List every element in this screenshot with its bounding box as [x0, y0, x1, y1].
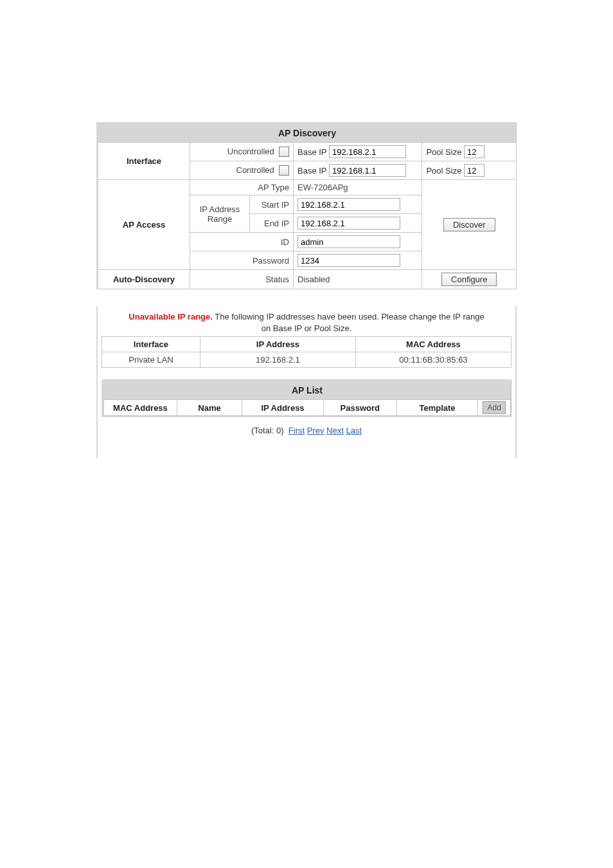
pager-last[interactable]: Last: [346, 426, 362, 435]
pager-prev[interactable]: Prev: [307, 426, 324, 435]
pager-total: (Total: 0): [251, 426, 284, 435]
aplist-header-name: Name: [177, 400, 242, 416]
warning-text: The following IP addresses have been use…: [213, 312, 484, 333]
aplist-header-ip: IP Address: [242, 400, 324, 416]
controlled-pool-cell: Pool Size: [422, 161, 517, 180]
uncontrolled-label: Uncontrolled: [227, 147, 274, 156]
ap-access-label: AP Access: [98, 180, 190, 270]
uncontrolled-pool-input[interactable]: [464, 145, 484, 158]
end-ip-cell: [294, 214, 422, 233]
ap-type-label: AP Type: [190, 180, 294, 195]
aplist-header-password: Password: [323, 400, 396, 416]
pool-size-label-2: Pool Size: [426, 166, 461, 176]
ap-list-table: MAC Address Name IP Address Password Tem…: [103, 399, 511, 416]
ap-list-panel: AP List MAC Address Name IP Address Pass…: [102, 379, 511, 417]
controlled-baseip-input[interactable]: [329, 164, 406, 177]
ap-discovery-title: AP Discovery: [98, 123, 517, 143]
controlled-row: Controlled: [190, 161, 294, 180]
uncontrolled-checkbox[interactable]: [279, 147, 289, 157]
controlled-label: Controlled: [236, 165, 274, 175]
id-input[interactable]: [298, 235, 400, 248]
password-cell: [294, 251, 422, 270]
id-label: ID: [190, 233, 294, 251]
interface-label: Interface: [98, 143, 190, 180]
used-row: Private LAN 192.168.2.1 00:11:6B:30:85:6…: [102, 352, 511, 368]
pager-first[interactable]: First: [289, 426, 305, 435]
used-header-ip: IP Address: [200, 337, 355, 352]
warning-title: Unavailable IP range.: [129, 312, 213, 321]
password-input[interactable]: [298, 254, 400, 267]
used-ip: 192.168.2.1: [200, 352, 355, 368]
uncontrolled-row: Uncontrolled: [190, 143, 294, 161]
auto-discovery-label: Auto-Discovery: [98, 270, 190, 289]
uncontrolled-baseip-cell: Base IP: [294, 143, 422, 161]
used-header-interface: Interface: [102, 337, 200, 352]
pager: (Total: 0) First Prev Next Last: [102, 417, 511, 439]
warning-message: Unavailable IP range. The following IP a…: [102, 309, 511, 336]
configure-button[interactable]: Configure: [441, 273, 497, 286]
end-ip-label: End IP: [250, 214, 294, 233]
results-section: Unavailable IP range. The following IP a…: [96, 306, 517, 458]
discover-button[interactable]: Discover: [443, 218, 495, 231]
configure-cell: Configure: [422, 270, 517, 289]
aplist-header-template: Template: [396, 400, 478, 416]
aplist-header-mac: MAC Address: [104, 400, 177, 416]
aplist-header-add-cell: Add: [478, 400, 511, 416]
uncontrolled-baseip-input[interactable]: [329, 145, 406, 158]
used-interface: Private LAN: [102, 352, 200, 368]
password-label: Password: [190, 251, 294, 270]
pager-next[interactable]: Next: [326, 426, 344, 435]
start-ip-label: Start IP: [250, 195, 294, 214]
used-ip-table: Interface IP Address MAC Address Private…: [102, 336, 511, 368]
ip-range-label: IP Address Range: [190, 195, 250, 233]
controlled-baseip-cell: Base IP: [294, 161, 422, 180]
start-ip-input[interactable]: [298, 198, 400, 211]
used-header-mac: MAC Address: [355, 337, 511, 352]
used-mac: 00:11:6B:30:85:63: [355, 352, 511, 368]
base-ip-label-2: Base IP: [298, 166, 326, 176]
discover-cell: Discover: [422, 180, 517, 270]
ap-list-title: AP List: [103, 381, 511, 399]
pool-size-label: Pool Size: [426, 147, 461, 157]
controlled-pool-input[interactable]: [464, 164, 484, 177]
controlled-checkbox[interactable]: [279, 165, 289, 176]
uncontrolled-pool-cell: Pool Size: [422, 143, 517, 161]
status-label: Status: [190, 270, 294, 289]
end-ip-input[interactable]: [298, 217, 400, 230]
base-ip-label: Base IP: [298, 147, 326, 157]
status-value: Disabled: [294, 270, 422, 289]
ap-type-value: EW-7206APg: [294, 180, 422, 195]
ap-discovery-panel: AP Discovery Interface Uncontrolled Base…: [96, 122, 517, 289]
start-ip-cell: [294, 195, 422, 214]
add-button[interactable]: Add: [483, 401, 505, 414]
id-cell: [294, 233, 422, 251]
